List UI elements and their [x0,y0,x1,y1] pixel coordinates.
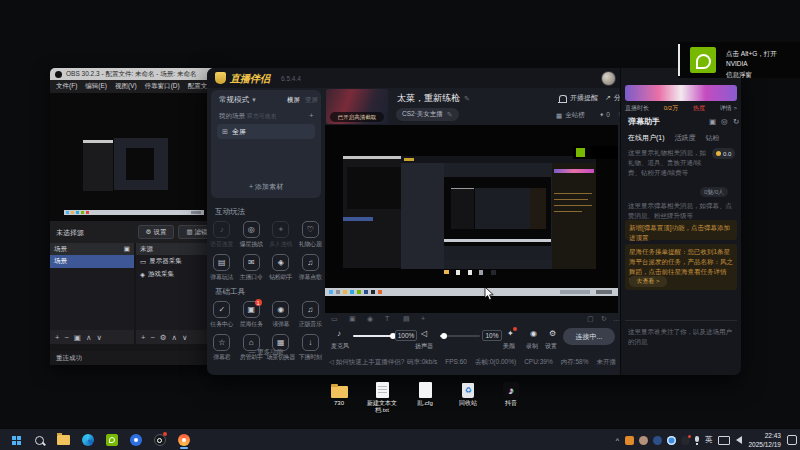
tray-navy-icon[interactable] [653,436,662,445]
stat-item[interactable]: 详情 > [720,104,737,113]
edit-icon[interactable]: ✎ [464,95,470,102]
desktop-icon-cfg-file[interactable]: 乱.cfg [408,378,442,414]
tray-expand-icon[interactable]: ^ [616,437,619,444]
tab-portrait[interactable]: 竖屏 [305,96,318,105]
toolbar-icon[interactable]: ▣ [74,333,81,342]
stat-item[interactable]: 热度 [693,104,705,113]
stat-item[interactable]: 0/2万 [664,104,678,113]
toolbar-icon[interactable]: − [150,333,154,342]
tray-orange-icon[interactable] [625,436,634,445]
mic-slider[interactable] [353,335,393,337]
nvidia-overlay-toast[interactable]: 点击 Alt+G，打开 NVIDIA 信息浮窗 [678,42,800,78]
taskbar-start-button[interactable] [6,430,25,450]
obs-scene-item[interactable]: 场景 [50,255,134,268]
desktop-icon-recycle-bin[interactable]: ♻回收站 [451,378,485,414]
obs-scenes-toolbar[interactable]: +−▣∧∨ [50,330,134,344]
toolbar-icon[interactable]: ∨ [182,333,188,342]
stream-notify-button[interactable]: 开播提醒 [559,93,598,103]
obs-source-settings-button[interactable]: ⚙ 设置 [138,225,174,239]
fullscreen-icon[interactable]: ▢ [587,315,594,323]
taskbar-companion-button[interactable] [174,430,193,450]
obs-scenes-header[interactable]: 场景 ▣ [50,243,134,255]
mode-selector[interactable]: 常规模式 ▼ [219,95,257,105]
more-functions-link[interactable]: — 更多功能 [207,348,325,357]
more-source-icon[interactable]: + [421,315,425,322]
view-task-button[interactable]: 去查看 > [629,276,667,287]
tool-danmaku-play[interactable]: ▤弹幕玩法 [207,254,237,282]
volume-icon[interactable] [736,436,742,444]
desktop-icon-new-text-doc[interactable]: 新建文本文档.txt [365,378,399,414]
tool-voice-link[interactable]: ♪语音连麦 [207,221,237,249]
add-scene-button[interactable]: + [309,111,314,120]
obs-preview-canvas[interactable] [50,93,222,221]
desktop-icon-folder-730[interactable]: 730 [322,378,356,414]
obs-menu-item[interactable]: 编辑(E) [85,82,107,91]
tool-fan-assistant[interactable]: ◈钻粉助手 [266,254,296,282]
beauty-icon[interactable]: ✦ [507,329,514,338]
toolbar-icon[interactable]: + [55,333,59,342]
refresh-icon[interactable]: ↻ [733,117,739,126]
danmaku-tab[interactable]: 钻粉 [706,133,720,143]
obs-menu-item[interactable]: 停靠窗口(D) [145,82,180,91]
scene-item-fullscreen[interactable]: ⊞ 全屏 [217,124,315,139]
edit-icon[interactable]: ✎ [447,111,453,119]
taskbar-blueapp-button[interactable] [126,430,145,450]
tool-anchor-command[interactable]: ✉主播口令 [237,254,267,282]
toolbar-icon[interactable]: ∧ [172,333,178,342]
add-source-icon[interactable]: ▭ [331,315,338,323]
tray-mic-icon[interactable] [695,436,699,442]
image-source-icon[interactable]: ▤ [403,315,410,323]
obs-titlebar[interactable]: OBS 30.2.3 - 配置文件: 未命名 - 场景: 未命名 [50,68,222,80]
ellipsis-icon[interactable]: … [613,315,620,322]
tool-task-center[interactable]: ✓任务中心 [207,301,237,329]
avatar[interactable] [601,71,616,86]
activity-banner[interactable] [625,85,737,101]
tool-gift-wish[interactable]: ♡礼物心愿 [296,221,326,249]
room-category-tag[interactable]: CS2·美女主播✎ [396,108,459,121]
taskbar-explorer-button[interactable] [54,430,73,450]
popout-icon[interactable]: ▣ [124,245,130,253]
add-material-button[interactable]: + 添加素材 [211,182,321,192]
speaker-icon[interactable]: ◁ [421,329,427,338]
taskbar-obs-button[interactable] [150,430,169,450]
text-source-icon[interactable]: T [385,315,389,322]
stat-item[interactable]: 直播时长 [625,104,649,113]
site-rank-label[interactable]: ▦全站榜 [556,111,585,120]
taskbar-search-button[interactable] [30,430,49,450]
tool-read-danmaku[interactable]: ◉读弹幕 [266,301,296,329]
ime-indicator[interactable]: 英 [705,435,713,445]
microphone-icon[interactable]: ♪ [337,329,341,338]
toolbar-icon[interactable]: ⚙ [160,333,167,342]
desktop-icon-douyin[interactable]: ♪抖音 [494,378,528,414]
mic-value[interactable]: 100% [395,330,417,341]
tray-tan-icon[interactable] [639,436,648,445]
live-preview-canvas[interactable] [325,125,618,313]
settings-icon[interactable]: ⚙ [549,329,556,338]
settings-icon[interactable]: ◎ [721,117,728,126]
taskbar-nvidia-button[interactable] [102,430,121,450]
tab-landscape[interactable]: 横屏 [287,96,300,105]
refresh-icon[interactable]: ↻ [601,315,607,323]
tool-xinghai-task[interactable]: ▣1星海任务 [237,301,267,329]
touch-keyboard-icon[interactable] [718,436,730,445]
window-source-icon[interactable]: ▣ [349,315,356,323]
obs-menu-item[interactable]: 文件(F) [56,82,77,91]
tool-danmaku-song[interactable]: ♫弹幕点歌 [296,254,326,282]
toolbar-icon[interactable]: − [64,333,68,342]
danmaku-tab[interactable]: 在线用户(1) [628,133,665,143]
toolbar-icon[interactable]: + [141,333,145,342]
notification-bell-icon[interactable] [787,435,797,445]
tool-licensed-music[interactable]: ♫正版音乐 [296,301,326,329]
obs-menu-item[interactable]: 视图(V) [115,82,137,91]
speaker-slider[interactable] [440,335,480,337]
toolbar-icon[interactable]: ∧ [86,333,92,342]
record-icon[interactable]: ◉ [530,329,537,338]
tray-dark-icon[interactable] [681,436,690,445]
taskbar-edge-button[interactable] [78,430,97,450]
popout-icon[interactable]: ▣ [709,117,716,126]
tray-swirl-icon[interactable] [667,436,676,445]
connect-button[interactable]: 连接中... [563,328,615,345]
danmaku-tab[interactable]: 活跃度 [675,133,696,143]
tool-star-challenge[interactable]: ◎爆星挑战 [237,221,267,249]
tool-multi-link[interactable]: ✦多人连线 [266,221,296,249]
